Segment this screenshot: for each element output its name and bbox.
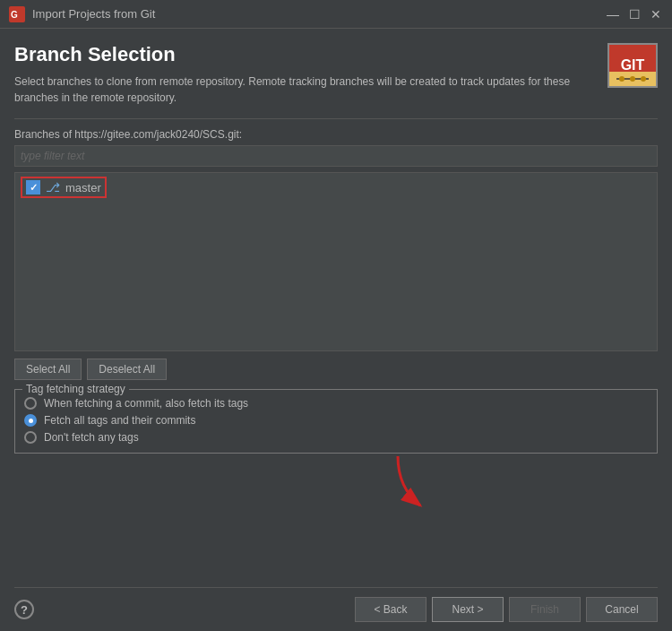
radio-label-1: Fetch all tags and their commits: [44, 414, 195, 427]
radio-option-2[interactable]: Don't fetch any tags: [24, 431, 648, 444]
branch-item-highlight: ⎇ master: [21, 177, 107, 198]
maximize-button[interactable]: ☐: [627, 7, 642, 22]
header-divider: [14, 118, 658, 119]
strategy-group: Tag fetching strategy When fetching a co…: [14, 389, 658, 454]
finish-button[interactable]: Finish: [509, 597, 581, 622]
back-button[interactable]: < Back: [355, 597, 426, 622]
git-logo: GIT: [607, 43, 658, 88]
select-all-button[interactable]: Select All: [14, 359, 82, 380]
help-button[interactable]: ?: [14, 600, 34, 619]
radio-label-0: When fetching a commit, also fetch its t…: [44, 397, 248, 410]
radio-option-0[interactable]: When fetching a commit, also fetch its t…: [24, 397, 648, 410]
branches-label: Branches of https://gitee.com/jack0240/S…: [14, 128, 658, 141]
git-logo-bottom: [609, 72, 656, 86]
strategy-legend: Tag fetching strategy: [22, 383, 129, 395]
svg-point-4: [630, 76, 635, 82]
deselect-all-button[interactable]: Deselect All: [87, 359, 167, 380]
window-title: Import Projects from Git: [32, 7, 606, 21]
svg-point-5: [641, 76, 646, 82]
radio-option-1[interactable]: Fetch all tags and their commits: [24, 414, 648, 427]
svg-text:G: G: [11, 10, 18, 20]
header-description: Select branches to clone from remote rep…: [14, 73, 599, 106]
branch-list[interactable]: ⎇ master: [14, 172, 658, 351]
title-bar: G Import Projects from Git — ☐ ✕: [0, 0, 672, 29]
bottom-bar: ? < Back Next > Finish Cancel: [14, 587, 658, 622]
branch-name: master: [65, 181, 101, 194]
radio-button-0[interactable]: [24, 397, 37, 410]
close-button[interactable]: ✕: [649, 7, 663, 22]
header-section: Branch Selection Select branches to clon…: [14, 43, 658, 106]
minimize-button[interactable]: —: [606, 7, 620, 22]
radio-button-1[interactable]: [24, 414, 37, 427]
action-buttons: Select All Deselect All: [14, 359, 658, 380]
radio-label-2: Don't fetch any tags: [44, 431, 139, 444]
list-item[interactable]: ⎇ master: [15, 173, 657, 202]
window-controls: — ☐ ✕: [606, 7, 663, 22]
next-button[interactable]: Next >: [432, 597, 504, 622]
page-title: Branch Selection: [14, 43, 599, 66]
cancel-button[interactable]: Cancel: [586, 597, 658, 622]
header-text: Branch Selection Select branches to clon…: [14, 43, 599, 106]
svg-point-3: [619, 76, 625, 82]
branch-icon: ⎇: [46, 180, 60, 194]
main-container: Branch Selection Select branches to clon…: [0, 29, 672, 631]
filter-input[interactable]: [14, 145, 658, 167]
radio-button-2[interactable]: [24, 431, 37, 444]
spacer: [14, 468, 658, 587]
window-icon: G: [9, 6, 25, 22]
branch-checkbox[interactable]: [26, 180, 40, 194]
